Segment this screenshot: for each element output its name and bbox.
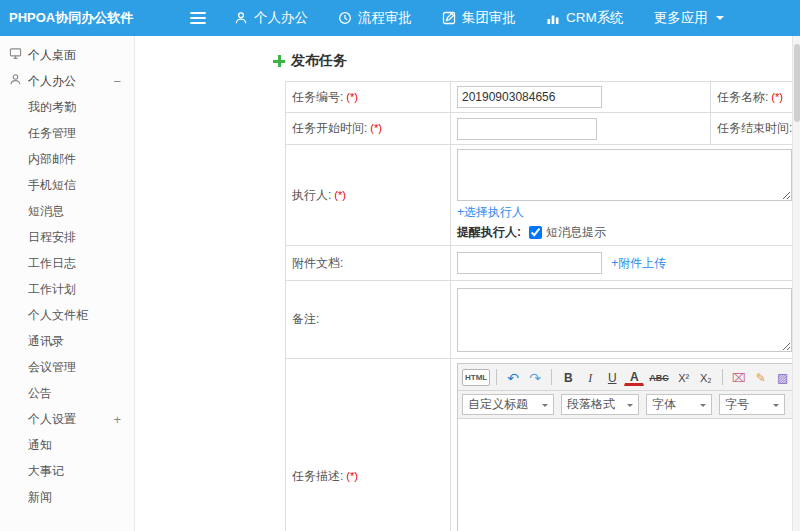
sidebar-item-contacts[interactable]: 通讯录 (0, 328, 134, 354)
sidebar: 个人桌面 个人办公 − 我的考勤 任务管理 内部邮件 手机短信 短消息 日程安排… (0, 36, 135, 531)
expand-icon[interactable]: + (113, 412, 121, 427)
nav-group-approval[interactable]: 集团审批 (442, 9, 516, 27)
sidebar-item-meeting-management[interactable]: 会议管理 (0, 354, 134, 380)
sidebar-item-label: 工作日志 (28, 255, 76, 272)
toolbar-separator (722, 369, 723, 385)
format-painter-icon[interactable]: ✎ (751, 367, 771, 387)
sms-remind-checkbox[interactable] (529, 226, 542, 239)
add-task-icon (273, 55, 285, 67)
font-select[interactable]: 字体 (646, 394, 712, 415)
nav-label: 个人办公 (254, 9, 308, 27)
bold-button[interactable]: B (558, 367, 578, 387)
remind-executor-label: 提醒执行人: (457, 224, 521, 241)
app-logo[interactable]: PHPOA协同办公软件 (0, 9, 135, 27)
superscript-button[interactable]: X² (674, 367, 694, 387)
sidebar-item-label: 短消息 (28, 203, 64, 220)
subscript-button[interactable]: X₂ (696, 367, 716, 387)
end-time-label-cell: 任务结束时间:(*) (711, 113, 800, 145)
select-label: 段落格式 (567, 396, 615, 413)
italic-button[interactable]: I (580, 367, 600, 387)
sidebar-item-mobile-sms[interactable]: 手机短信 (0, 172, 134, 198)
strikethrough-button[interactable]: ABC (646, 367, 672, 387)
font-size-select[interactable]: 字号 (719, 394, 785, 415)
sidebar-item-label: 通知 (28, 437, 52, 454)
sidebar-item-label: 个人文件柜 (28, 307, 88, 324)
sidebar-item-personal-desktop[interactable]: 个人桌面 (0, 42, 134, 68)
collapse-icon[interactable]: − (113, 74, 121, 89)
task-name-label: 任务名称: (717, 90, 768, 104)
caret-down-icon (700, 404, 706, 410)
html-source-button[interactable]: HTML (462, 369, 490, 386)
sidebar-item-notification[interactable]: 通知 (0, 432, 134, 458)
sidebar-item-label: 会议管理 (28, 359, 76, 376)
sidebar-item-label: 大事记 (28, 463, 64, 480)
select-label: 字体 (652, 396, 676, 413)
highlight-icon[interactable]: ▨ (773, 367, 793, 387)
underline-button[interactable]: U (602, 367, 622, 387)
executor-textarea[interactable] (457, 149, 792, 201)
start-time-input[interactable] (457, 118, 597, 140)
task-number-input[interactable] (457, 86, 602, 108)
editor-toolbar-row2: 自定义标题 段落格式 字体 字号 (458, 391, 800, 419)
sidebar-item-personal-file-cabinet[interactable]: 个人文件柜 (0, 302, 134, 328)
scrollbar-thumb[interactable] (794, 44, 800, 122)
description-label-cell: 任务描述:(*) (286, 359, 451, 531)
attachment-label-cell: 附件文档: (286, 246, 451, 281)
sidebar-item-announcement[interactable]: 公告 (0, 380, 134, 406)
paragraph-format-select[interactable]: 段落格式 (561, 394, 639, 415)
description-label: 任务描述: (292, 469, 343, 483)
sidebar-item-label: 公告 (28, 385, 52, 402)
sidebar-item-label: 个人办公 (28, 73, 76, 90)
nav-more-apps[interactable]: 更多应用 (654, 9, 724, 27)
sidebar-item-major-events[interactable]: 大事记 (0, 458, 134, 484)
required-mark: (*) (346, 470, 358, 482)
sidebar-item-work-log[interactable]: 工作日志 (0, 250, 134, 276)
font-color-button[interactable]: A (624, 369, 644, 386)
caret-down-icon (627, 404, 633, 410)
attachment-input[interactable] (457, 252, 602, 274)
sidebar-item-short-message[interactable]: 短消息 (0, 198, 134, 224)
redo-icon[interactable]: ↷ (525, 367, 545, 387)
sidebar-item-work-plan[interactable]: 工作计划 (0, 276, 134, 302)
remove-format-icon[interactable]: ⌧ (729, 367, 749, 387)
sidebar-item-label: 内部邮件 (28, 151, 76, 168)
select-label: 自定义标题 (468, 396, 528, 413)
task-number-label-cell: 任务编号:(*) (286, 82, 451, 113)
nav-process-approval[interactable]: 流程审批 (338, 9, 412, 27)
sidebar-item-label: 个人设置 (28, 411, 76, 428)
required-mark: (*) (334, 189, 346, 201)
sms-remind-label: 短消息提示 (546, 224, 606, 241)
sidebar-item-label: 工作计划 (28, 281, 76, 298)
choose-executor-link[interactable]: +选择执行人 (457, 205, 524, 219)
nav-label: CRM系统 (566, 9, 624, 27)
sidebar-item-label: 新闻 (28, 489, 52, 506)
remark-label: 备注: (292, 312, 319, 326)
sidebar-item-news[interactable]: 新闻 (0, 484, 134, 510)
sidebar-item-personal-settings[interactable]: 个人设置 + (0, 406, 134, 432)
clock-icon (338, 11, 352, 25)
nav-label: 集团审批 (462, 9, 516, 27)
toolbar-separator (496, 369, 497, 385)
custom-heading-select[interactable]: 自定义标题 (462, 394, 554, 415)
sidebar-item-label: 我的考勤 (28, 99, 76, 116)
sidebar-item-task-management[interactable]: 任务管理 (0, 120, 134, 146)
hamburger-menu-icon[interactable] (190, 11, 206, 25)
vertical-scrollbar[interactable] (792, 36, 800, 531)
sidebar-item-label: 个人桌面 (28, 47, 76, 64)
nav-personal-office[interactable]: 个人办公 (234, 9, 308, 27)
editor-content-area[interactable] (458, 419, 800, 531)
undo-icon[interactable]: ↶ (503, 367, 523, 387)
attachment-upload-link[interactable]: +附件上传 (611, 256, 666, 270)
required-mark: (*) (771, 91, 783, 103)
bar-chart-icon (546, 11, 560, 25)
sidebar-item-my-attendance[interactable]: 我的考勤 (0, 94, 134, 120)
sidebar-item-schedule[interactable]: 日程安排 (0, 224, 134, 250)
attachment-cell: +附件上传 (451, 246, 800, 281)
remark-textarea[interactable] (457, 288, 792, 352)
nav-crm-system[interactable]: CRM系统 (546, 9, 624, 27)
user-icon (9, 73, 22, 89)
remark-label-cell: 备注: (286, 281, 451, 359)
sidebar-item-personal-office[interactable]: 个人办公 − (0, 68, 134, 94)
sidebar-item-internal-mail[interactable]: 内部邮件 (0, 146, 134, 172)
sidebar-item-label: 任务管理 (28, 125, 76, 142)
